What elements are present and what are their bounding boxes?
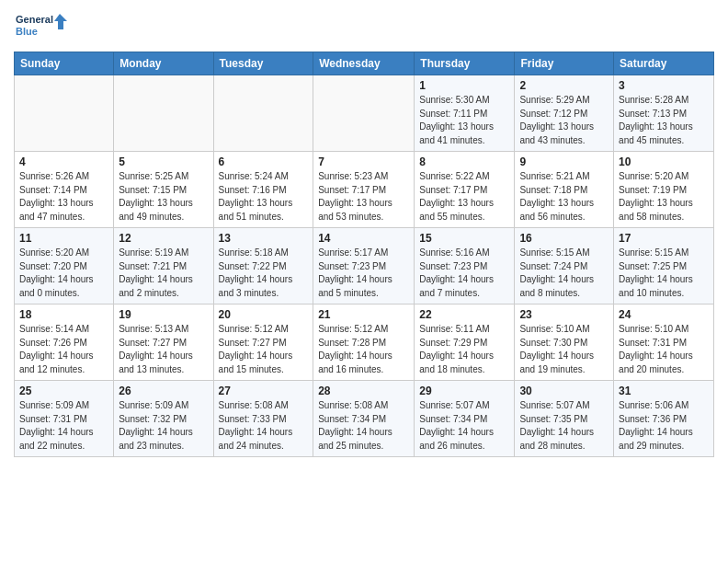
- calendar-cell: [313, 75, 415, 152]
- calendar-page: General Blue SundayMondayTuesdayWednesda…: [0, 0, 728, 563]
- calendar-cell: 2Sunrise: 5:29 AM Sunset: 7:12 PM Daylig…: [515, 75, 614, 152]
- day-info: Sunrise: 5:23 AM Sunset: 7:17 PM Dayligh…: [318, 170, 409, 224]
- calendar-cell: 8Sunrise: 5:22 AM Sunset: 7:17 PM Daylig…: [415, 152, 515, 228]
- day-number: 9: [519, 155, 609, 168]
- day-number: 17: [619, 232, 709, 245]
- logo: General Blue: [14, 9, 69, 46]
- calendar-cell: 15Sunrise: 5:16 AM Sunset: 7:23 PM Dayli…: [415, 228, 515, 304]
- calendar-cell: 21Sunrise: 5:12 AM Sunset: 7:28 PM Dayli…: [313, 304, 415, 381]
- calendar-cell: 24Sunrise: 5:10 AM Sunset: 7:31 PM Dayli…: [614, 304, 714, 381]
- day-number: 7: [318, 155, 409, 168]
- calendar-cell: 14Sunrise: 5:17 AM Sunset: 7:23 PM Dayli…: [313, 228, 415, 304]
- calendar-cell: 7Sunrise: 5:23 AM Sunset: 7:17 PM Daylig…: [313, 152, 415, 228]
- day-info: Sunrise: 5:09 AM Sunset: 7:31 PM Dayligh…: [19, 399, 108, 453]
- day-info: Sunrise: 5:12 AM Sunset: 7:28 PM Dayligh…: [318, 323, 409, 376]
- day-number: 19: [119, 308, 208, 321]
- calendar-cell: 30Sunrise: 5:07 AM Sunset: 7:35 PM Dayli…: [515, 381, 614, 457]
- weekday-header-saturday: Saturday: [614, 52, 714, 75]
- day-number: 23: [519, 308, 609, 321]
- calendar-cell: 16Sunrise: 5:15 AM Sunset: 7:24 PM Dayli…: [515, 228, 614, 304]
- day-info: Sunrise: 5:16 AM Sunset: 7:23 PM Dayligh…: [419, 247, 509, 300]
- week-row-2: 4Sunrise: 5:26 AM Sunset: 7:14 PM Daylig…: [15, 152, 714, 228]
- day-info: Sunrise: 5:18 AM Sunset: 7:22 PM Dayligh…: [219, 247, 309, 300]
- weekday-header-tuesday: Tuesday: [213, 52, 313, 75]
- day-info: Sunrise: 5:14 AM Sunset: 7:26 PM Dayligh…: [19, 323, 108, 376]
- day-number: 6: [219, 155, 309, 168]
- day-number: 31: [619, 385, 709, 397]
- week-row-5: 25Sunrise: 5:09 AM Sunset: 7:31 PM Dayli…: [15, 381, 714, 457]
- svg-text:Blue: Blue: [16, 26, 38, 37]
- day-info: Sunrise: 5:20 AM Sunset: 7:20 PM Dayligh…: [19, 247, 108, 300]
- calendar-cell: 23Sunrise: 5:10 AM Sunset: 7:30 PM Dayli…: [515, 304, 614, 381]
- calendar-cell: 11Sunrise: 5:20 AM Sunset: 7:20 PM Dayli…: [15, 228, 114, 304]
- day-info: Sunrise: 5:19 AM Sunset: 7:21 PM Dayligh…: [119, 247, 208, 300]
- calendar-cell: 18Sunrise: 5:14 AM Sunset: 7:26 PM Dayli…: [15, 304, 114, 381]
- day-info: Sunrise: 5:26 AM Sunset: 7:14 PM Dayligh…: [19, 170, 108, 224]
- day-info: Sunrise: 5:25 AM Sunset: 7:15 PM Dayligh…: [119, 170, 208, 224]
- day-info: Sunrise: 5:15 AM Sunset: 7:25 PM Dayligh…: [619, 247, 709, 300]
- calendar-cell: 3Sunrise: 5:28 AM Sunset: 7:13 PM Daylig…: [614, 75, 714, 152]
- day-number: 14: [318, 232, 409, 245]
- day-number: 18: [19, 308, 108, 321]
- day-info: Sunrise: 5:17 AM Sunset: 7:23 PM Dayligh…: [318, 247, 409, 300]
- day-number: 13: [219, 232, 309, 245]
- day-number: 29: [419, 385, 509, 397]
- day-number: 30: [519, 385, 609, 397]
- day-info: Sunrise: 5:10 AM Sunset: 7:31 PM Dayligh…: [619, 323, 709, 376]
- day-info: Sunrise: 5:06 AM Sunset: 7:36 PM Dayligh…: [619, 399, 709, 453]
- calendar-cell: 5Sunrise: 5:25 AM Sunset: 7:15 PM Daylig…: [114, 152, 213, 228]
- day-info: Sunrise: 5:08 AM Sunset: 7:33 PM Dayligh…: [219, 399, 309, 453]
- header: General Blue: [14, 9, 714, 46]
- day-info: Sunrise: 5:13 AM Sunset: 7:27 PM Dayligh…: [119, 323, 208, 376]
- day-info: Sunrise: 5:10 AM Sunset: 7:30 PM Dayligh…: [519, 323, 609, 376]
- calendar-cell: 12Sunrise: 5:19 AM Sunset: 7:21 PM Dayli…: [114, 228, 213, 304]
- day-number: 2: [519, 79, 609, 92]
- weekday-header-thursday: Thursday: [415, 52, 515, 75]
- day-number: 20: [219, 308, 309, 321]
- day-info: Sunrise: 5:22 AM Sunset: 7:17 PM Dayligh…: [419, 170, 509, 224]
- day-number: 4: [19, 155, 108, 168]
- calendar-cell: [213, 75, 313, 152]
- calendar-cell: 13Sunrise: 5:18 AM Sunset: 7:22 PM Dayli…: [213, 228, 313, 304]
- weekday-header-friday: Friday: [515, 52, 614, 75]
- calendar-cell: 26Sunrise: 5:09 AM Sunset: 7:32 PM Dayli…: [114, 381, 213, 457]
- day-info: Sunrise: 5:08 AM Sunset: 7:34 PM Dayligh…: [318, 399, 409, 453]
- calendar-cell: 9Sunrise: 5:21 AM Sunset: 7:18 PM Daylig…: [515, 152, 614, 228]
- svg-text:General: General: [16, 14, 53, 25]
- weekday-header-wednesday: Wednesday: [313, 52, 415, 75]
- calendar-cell: 20Sunrise: 5:12 AM Sunset: 7:27 PM Dayli…: [213, 304, 313, 381]
- day-number: 12: [119, 232, 208, 245]
- day-info: Sunrise: 5:15 AM Sunset: 7:24 PM Dayligh…: [519, 247, 609, 300]
- day-info: Sunrise: 5:09 AM Sunset: 7:32 PM Dayligh…: [119, 399, 208, 453]
- calendar-cell: 28Sunrise: 5:08 AM Sunset: 7:34 PM Dayli…: [313, 381, 415, 457]
- week-row-4: 18Sunrise: 5:14 AM Sunset: 7:26 PM Dayli…: [15, 304, 714, 381]
- day-number: 26: [119, 385, 208, 397]
- day-number: 25: [19, 385, 108, 397]
- day-info: Sunrise: 5:11 AM Sunset: 7:29 PM Dayligh…: [419, 323, 509, 376]
- calendar-cell: 29Sunrise: 5:07 AM Sunset: 7:34 PM Dayli…: [415, 381, 515, 457]
- day-number: 22: [419, 308, 509, 321]
- calendar-cell: 25Sunrise: 5:09 AM Sunset: 7:31 PM Dayli…: [15, 381, 114, 457]
- day-number: 28: [318, 385, 409, 397]
- day-info: Sunrise: 5:29 AM Sunset: 7:12 PM Dayligh…: [519, 94, 609, 147]
- calendar-cell: 19Sunrise: 5:13 AM Sunset: 7:27 PM Dayli…: [114, 304, 213, 381]
- calendar-cell: 4Sunrise: 5:26 AM Sunset: 7:14 PM Daylig…: [15, 152, 114, 228]
- calendar-cell: 1Sunrise: 5:30 AM Sunset: 7:11 PM Daylig…: [415, 75, 515, 152]
- calendar-cell: 10Sunrise: 5:20 AM Sunset: 7:19 PM Dayli…: [614, 152, 714, 228]
- day-info: Sunrise: 5:21 AM Sunset: 7:18 PM Dayligh…: [519, 170, 609, 224]
- day-info: Sunrise: 5:24 AM Sunset: 7:16 PM Dayligh…: [219, 170, 309, 224]
- calendar-cell: 17Sunrise: 5:15 AM Sunset: 7:25 PM Dayli…: [614, 228, 714, 304]
- calendar-cell: 6Sunrise: 5:24 AM Sunset: 7:16 PM Daylig…: [213, 152, 313, 228]
- day-info: Sunrise: 5:28 AM Sunset: 7:13 PM Dayligh…: [619, 94, 709, 147]
- day-number: 27: [219, 385, 309, 397]
- day-number: 11: [19, 232, 108, 245]
- day-number: 24: [619, 308, 709, 321]
- day-number: 10: [619, 155, 709, 168]
- weekday-header-monday: Monday: [114, 52, 213, 75]
- day-number: 8: [419, 155, 509, 168]
- day-info: Sunrise: 5:07 AM Sunset: 7:34 PM Dayligh…: [419, 399, 509, 453]
- day-number: 15: [419, 232, 509, 245]
- day-number: 3: [619, 79, 709, 92]
- weekday-header-row: SundayMondayTuesdayWednesdayThursdayFrid…: [15, 52, 714, 75]
- weekday-header-sunday: Sunday: [15, 52, 114, 75]
